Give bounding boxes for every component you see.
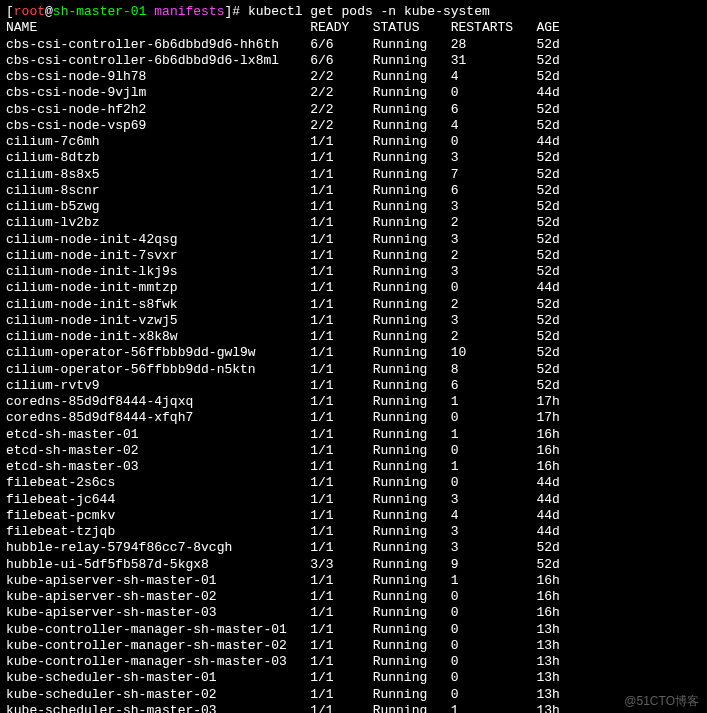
- table-row: hubble-relay-5794f86cc7-8vcgh 1/1 Runnin…: [6, 540, 701, 556]
- table-row: kube-scheduler-sh-master-02 1/1 Running …: [6, 687, 701, 703]
- table-row: filebeat-2s6cs 1/1 Running 0 44d: [6, 475, 701, 491]
- table-row: etcd-sh-master-02 1/1 Running 0 16h: [6, 443, 701, 459]
- prompt-line: [root@sh-master-01 manifests]# kubectl g…: [6, 4, 701, 20]
- prompt-at: @: [45, 4, 53, 19]
- table-row: cilium-node-init-lkj9s 1/1 Running 3 52d: [6, 264, 701, 280]
- table-row: kube-controller-manager-sh-master-02 1/1…: [6, 638, 701, 654]
- table-row: filebeat-jc644 1/1 Running 3 44d: [6, 492, 701, 508]
- prompt-path: manifests: [154, 4, 224, 19]
- table-row: cilium-8dtzb 1/1 Running 3 52d: [6, 150, 701, 166]
- table-row: cilium-node-init-42qsg 1/1 Running 3 52d: [6, 232, 701, 248]
- table-row: cbs-csi-node-hf2h2 2/2 Running 6 52d: [6, 102, 701, 118]
- table-row: cilium-8s8x5 1/1 Running 7 52d: [6, 167, 701, 183]
- table-row: cbs-csi-controller-6b6dbbd9d6-lx8ml 6/6 …: [6, 53, 701, 69]
- table-row: cilium-operator-56ffbbb9dd-n5ktn 1/1 Run…: [6, 362, 701, 378]
- table-row: cilium-node-init-vzwj5 1/1 Running 3 52d: [6, 313, 701, 329]
- table-row: kube-controller-manager-sh-master-03 1/1…: [6, 654, 701, 670]
- table-row: coredns-85d9df8444-xfqh7 1/1 Running 0 1…: [6, 410, 701, 426]
- table-row: kube-apiserver-sh-master-02 1/1 Running …: [6, 589, 701, 605]
- table-row: cbs-csi-node-vsp69 2/2 Running 4 52d: [6, 118, 701, 134]
- table-row: cilium-8scnr 1/1 Running 6 52d: [6, 183, 701, 199]
- table-row: cilium-b5zwg 1/1 Running 3 52d: [6, 199, 701, 215]
- table-row: cilium-node-init-s8fwk 1/1 Running 2 52d: [6, 297, 701, 313]
- table-row: cilium-lv2bz 1/1 Running 2 52d: [6, 215, 701, 231]
- watermark-text: @51CTO博客: [624, 694, 699, 709]
- table-row: filebeat-tzjqb 1/1 Running 3 44d: [6, 524, 701, 540]
- command-text[interactable]: kubectl get pods -n kube-system: [248, 4, 490, 19]
- table-row: kube-apiserver-sh-master-01 1/1 Running …: [6, 573, 701, 589]
- table-row: cilium-7c6mh 1/1 Running 0 44d: [6, 134, 701, 150]
- table-row: cbs-csi-node-9vjlm 2/2 Running 0 44d: [6, 85, 701, 101]
- table-row: kube-controller-manager-sh-master-01 1/1…: [6, 622, 701, 638]
- bracket-open: [: [6, 4, 14, 19]
- table-row: cilium-node-init-7svxr 1/1 Running 2 52d: [6, 248, 701, 264]
- table-row: kube-apiserver-sh-master-03 1/1 Running …: [6, 605, 701, 621]
- table-row: cbs-csi-controller-6b6dbbd9d6-hh6th 6/6 …: [6, 37, 701, 53]
- table-row: hubble-ui-5df5fb587d-5kgx8 3/3 Running 9…: [6, 557, 701, 573]
- table-row: cilium-node-init-mmtzp 1/1 Running 0 44d: [6, 280, 701, 296]
- table-row: etcd-sh-master-01 1/1 Running 1 16h: [6, 427, 701, 443]
- table-row: filebeat-pcmkv 1/1 Running 4 44d: [6, 508, 701, 524]
- table-row: cilium-rvtv9 1/1 Running 6 52d: [6, 378, 701, 394]
- table-row: kube-scheduler-sh-master-03 1/1 Running …: [6, 703, 701, 713]
- table-row: cbs-csi-node-9lh78 2/2 Running 4 52d: [6, 69, 701, 85]
- prompt-hash: #: [232, 4, 240, 19]
- table-header: NAME READY STATUS RESTARTS AGE: [6, 20, 701, 36]
- table-row: coredns-85d9df8444-4jqxq 1/1 Running 1 1…: [6, 394, 701, 410]
- table-row: etcd-sh-master-03 1/1 Running 1 16h: [6, 459, 701, 475]
- pods-table: NAME READY STATUS RESTARTS AGEcbs-csi-co…: [6, 20, 701, 713]
- table-row: cilium-node-init-x8k8w 1/1 Running 2 52d: [6, 329, 701, 345]
- prompt-user: root: [14, 4, 45, 19]
- table-row: cilium-operator-56ffbbb9dd-gwl9w 1/1 Run…: [6, 345, 701, 361]
- table-row: kube-scheduler-sh-master-01 1/1 Running …: [6, 670, 701, 686]
- prompt-host: sh-master-01: [53, 4, 147, 19]
